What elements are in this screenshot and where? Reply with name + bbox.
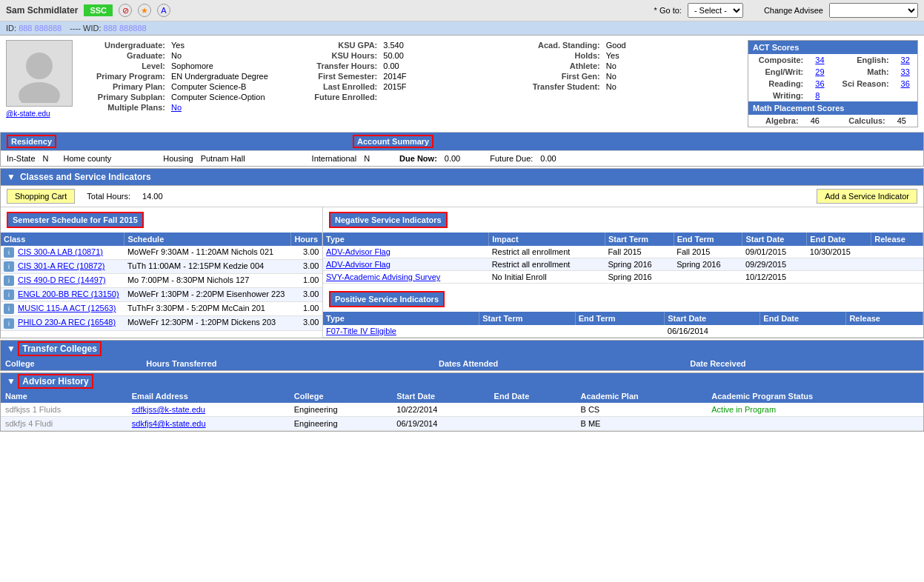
class-link[interactable]: CIS 490-D REC (14497) — [18, 275, 106, 284]
pos-header-wrapper: Positive Service Indicators — [323, 287, 923, 312]
ssc-button[interactable]: SSC — [84, 4, 113, 16]
neg-end-date-cell — [807, 258, 871, 271]
class-link[interactable]: ENGL 200-BB REC (13150) — [18, 290, 119, 298]
advisor-start-date-cell: 10/22/2014 — [392, 403, 489, 417]
classes-section-header[interactable]: ▼ Classes and Service Indicators — [1, 169, 923, 186]
positive-indicators-table: Type Start Term End Term Start Date End … — [323, 312, 923, 338]
neg-type-cell: ADV-Advisor Flag — [323, 258, 489, 271]
change-advisee-label: Change Advisee — [764, 6, 823, 15]
hours-transferred-col-header: Hours Transferred — [142, 357, 434, 370]
due-now-label: Due Now: — [399, 154, 437, 163]
algebra-label: Algebra: — [748, 115, 805, 127]
profile-left-info: Undergraduate:Yes Graduate:No Level:Soph… — [93, 40, 305, 127]
advisor-program-status-cell: Active in Program — [707, 403, 923, 417]
residency-account-header-bar: Residency Account Summary — [1, 133, 923, 150]
sci-reason-val[interactable]: 36 — [895, 78, 917, 90]
prohibit-icon[interactable]: ⊘ — [119, 4, 132, 17]
composite-val[interactable]: 34 — [809, 54, 831, 66]
pos-type-col-header: Type — [323, 312, 479, 325]
class-icon: i — [4, 318, 14, 329]
class-table: Class Schedule Hours i CIS 300-A LAB (10… — [1, 233, 322, 331]
advisor-email-link[interactable]: sdkfjs4@k-state.edu — [132, 419, 206, 428]
semester-schedule-panel: Semester Schedule for Fall 2015 Class Sc… — [1, 207, 323, 338]
shopping-cart-button[interactable]: Shopping Cart — [7, 189, 75, 204]
level-value: Sophomore — [168, 61, 271, 71]
neg-type-link[interactable]: ADV-Advisor Flag — [326, 247, 390, 256]
transfer-colleges-section: ▼ Transfer Colleges College Hours Transf… — [0, 340, 924, 371]
engl-writ-val[interactable]: 29 — [809, 66, 831, 78]
neg-type-link[interactable]: ADV-Advisor Flag — [326, 260, 390, 269]
class-col-header: Class — [1, 233, 124, 246]
student-email[interactable]: @k-state.edu — [6, 110, 87, 118]
residency-header: Residency — [7, 135, 56, 148]
holds-label: Holds: — [530, 50, 603, 61]
pos-end-date-col-header: End Date — [760, 312, 846, 325]
class-link[interactable]: CIS 301-A REC (10872) — [18, 261, 104, 270]
table-row: ADV-Advisor Flag Restrict all enrollment… — [323, 258, 923, 271]
table-row: i CIS 301-A REC (10872) TuTh 11:00AM - 1… — [1, 260, 322, 274]
a-icon[interactable]: A — [157, 4, 170, 17]
last-enrolled-value: 2015F — [380, 81, 409, 92]
add-service-indicator-button[interactable]: Add a Service Indicator — [817, 189, 917, 204]
class-cell: i ENGL 200-BB REC (13150) — [1, 288, 124, 302]
level-label: Level: — [93, 61, 168, 71]
goto-select[interactable]: - Select - — [688, 3, 743, 18]
classes-section-label: Classes and Service Indicators — [20, 172, 151, 182]
future-due-label: Future Due: — [490, 154, 533, 163]
future-due-val: 0.00 — [540, 154, 556, 163]
class-cell: i MUSIC 115-A ACT (12563) — [1, 302, 124, 316]
classes-service-section: ▼ Classes and Service Indicators Shoppin… — [0, 168, 924, 338]
english-val[interactable]: 32 — [895, 54, 917, 66]
neg-end-date-cell: 10/30/2015 — [807, 246, 871, 258]
class-link[interactable]: CIS 300-A LAB (10871) — [18, 247, 103, 256]
student-name: Sam Schmidlater — [6, 5, 78, 16]
neg-start-date-cell: 10/12/2015 — [742, 271, 807, 284]
math-val[interactable]: 33 — [895, 66, 917, 78]
class-cell: i CIS 301-A REC (10872) — [1, 260, 124, 274]
change-advisee-select[interactable] — [829, 3, 918, 18]
schedule-cell: TuThFr 3:30PM - 5:20PM McCain 201 — [124, 302, 291, 316]
classes-content: Semester Schedule for Fall 2015 Class Sc… — [1, 207, 923, 338]
total-hours-label: Total Hours: — [87, 192, 130, 201]
positive-indicators-header: Positive Service Indicators — [329, 291, 445, 307]
collapse-arrow-icon-3: ▼ — [7, 376, 18, 387]
name-col-header: Name — [1, 389, 127, 403]
class-link[interactable]: PHILO 230-A REC (16548) — [18, 318, 116, 327]
reading-val[interactable]: 36 — [809, 78, 831, 90]
program-status-col-header: Academic Program Status — [707, 389, 923, 403]
class-link[interactable]: MUSIC 115-A ACT (12563) — [18, 304, 116, 312]
collapse-arrow-icon: ▼ — [7, 172, 16, 182]
primary-subplan-value: Computer Science-Option — [168, 92, 271, 102]
neg-start-term-cell: Fall 2015 — [605, 246, 674, 258]
instate-val: N — [43, 154, 49, 163]
class-icon: i — [4, 304, 14, 314]
advisor-history-header[interactable]: ▼ Advisor History — [1, 373, 923, 389]
advisor-email-cell: sdkfjs4@k-state.edu — [127, 417, 290, 431]
advisor-email-link[interactable]: sdfkjss@k-state.edu — [132, 405, 205, 414]
pos-start-term-col-header: Start Term — [479, 312, 575, 325]
international-val: N — [364, 154, 370, 163]
pos-type-link[interactable]: F07-Title IV Eligible — [326, 327, 396, 335]
table-row: i CIS 490-D REC (14497) Mo 7:00PM - 8:30… — [1, 274, 322, 288]
writing-val[interactable]: 8 — [809, 90, 831, 101]
start-date-col-header: Start Date — [742, 233, 807, 246]
graduate-value: No — [168, 50, 271, 61]
transfer-colleges-header[interactable]: ▼ Transfer Colleges — [1, 341, 923, 357]
academic-plan-col-header: Academic Plan — [576, 389, 707, 403]
graduate-label: Graduate: — [93, 50, 168, 61]
neg-type-cell: SVY-Academic Advising Survey — [323, 271, 489, 284]
neg-release-cell — [871, 271, 923, 284]
act-scores-header: ACT Scores — [748, 41, 917, 54]
id-value: 888 888888 — [19, 24, 62, 33]
neg-end-term-cell: Spring 2016 — [674, 258, 742, 271]
neg-type-link[interactable]: SVY-Academic Advising Survey — [326, 272, 440, 281]
goto-label: * Go to: — [654, 6, 682, 15]
primary-plan-value: Computer Science-B — [168, 81, 271, 92]
star-icon[interactable]: ★ — [138, 4, 151, 17]
college-col-header: College — [1, 357, 142, 370]
class-cell: i CIS 300-A LAB (10871) — [1, 246, 124, 260]
multiple-plans-value[interactable]: No — [171, 103, 182, 112]
athlete-label: Athlete: — [530, 61, 603, 71]
table-row: i CIS 300-A LAB (10871) MoWeFr 9:30AM - … — [1, 246, 322, 260]
advisor-history-label: Advisor History — [18, 374, 93, 389]
